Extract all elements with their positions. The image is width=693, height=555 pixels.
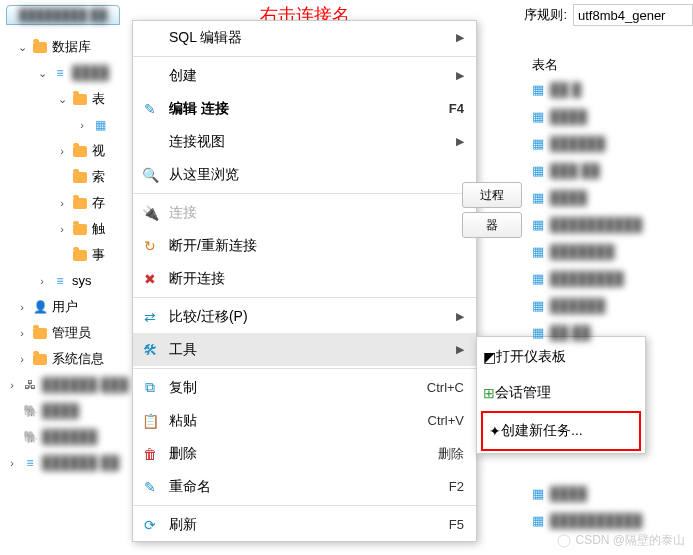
tools-submenu: ◩打开仪表板 ⊞会话管理 ✦创建新任务... (476, 336, 646, 454)
table-icon: ▦ (532, 109, 550, 124)
table-row[interactable]: ▦███████ (462, 238, 692, 265)
expand-icon[interactable]: › (56, 138, 68, 164)
copy-icon: ⧉ (139, 379, 161, 396)
submenu-session[interactable]: ⊞会话管理 (477, 375, 645, 411)
table-row[interactable]: ▦██████ (462, 130, 692, 157)
menu-reconnect[interactable]: ↻断开/重新连接 (133, 229, 476, 262)
highlight-annotation: ✦创建新任务... (481, 411, 641, 451)
menu-compare[interactable]: ⇄比较/迁移(P)▶ (133, 300, 476, 333)
menu-delete[interactable]: 🗑删除删除 (133, 437, 476, 470)
menu-browse[interactable]: 🔍从这里浏览 (133, 158, 476, 191)
menu-disconnect[interactable]: ✖断开连接 (133, 262, 476, 295)
expand-icon[interactable]: › (16, 294, 28, 320)
table-icon: ▦ (92, 117, 108, 133)
table-icon: ▦ (532, 298, 550, 313)
table-row[interactable]: ▦████████ (462, 265, 692, 292)
menu-sql-editor[interactable]: SQL 编辑器▶ (133, 21, 476, 54)
table-icon: ▦ (532, 244, 550, 259)
table-row[interactable]: ▦██ █ (462, 76, 692, 103)
expand-icon[interactable]: › (16, 320, 28, 346)
plug-icon: 🔌 (139, 205, 161, 221)
table-icon: ▦ (532, 82, 550, 97)
rename-icon: ✎ (139, 479, 161, 495)
table-row[interactable]: ▦██████ (462, 292, 692, 319)
server-icon: 🐘 (22, 403, 38, 419)
session-icon: ⊞ (483, 385, 495, 401)
table-icon: ▦ (532, 325, 550, 340)
reconnect-icon: ↻ (139, 238, 161, 254)
expand-icon[interactable]: › (16, 346, 28, 372)
server-icon: 🐘 (22, 429, 38, 445)
table-row[interactable]: ▦██████████ (532, 507, 642, 534)
menu-tools[interactable]: 🛠工具▶ (133, 333, 476, 366)
table-icon: ▦ (532, 486, 550, 501)
collation-label: 序规则: (524, 6, 567, 24)
disconnect-icon: ✖ (139, 271, 161, 287)
proc-button[interactable]: 过程 (462, 182, 522, 208)
table-row[interactable]: ▦████ (462, 103, 692, 130)
expand-icon[interactable]: › (6, 450, 18, 476)
table-icon: ▦ (532, 190, 550, 205)
menu-create[interactable]: 创建▶ (133, 59, 476, 92)
watermark: CSDN @隔壁的泰山 (557, 532, 685, 549)
task-icon: ✦ (489, 423, 501, 439)
table-icon: ▦ (532, 217, 550, 232)
table-row[interactable]: ▦████ (532, 480, 642, 507)
collapse-icon[interactable]: ⌄ (56, 86, 68, 112)
edit-icon: ✎ (139, 101, 161, 117)
expand-icon[interactable]: › (56, 190, 68, 216)
database-icon: ≡ (52, 65, 68, 81)
expand-icon[interactable]: › (56, 216, 68, 242)
menu-copy[interactable]: ⧉复制Ctrl+C (133, 371, 476, 404)
table-icon: ▦ (532, 271, 550, 286)
menu-connection-view[interactable]: 连接视图▶ (133, 125, 476, 158)
browse-icon: 🔍 (139, 167, 161, 183)
menu-refresh[interactable]: ⟳刷新F5 (133, 508, 476, 541)
database-icon: ≡ (52, 273, 68, 289)
tools-icon: 🛠 (139, 342, 161, 358)
connection-tab[interactable]: ████████ ██ (6, 5, 120, 25)
collation-input[interactable] (573, 4, 693, 26)
paste-icon: 📋 (139, 413, 161, 429)
dashboard-icon: ◩ (483, 349, 496, 365)
svg-point-0 (558, 535, 570, 547)
collapse-icon[interactable]: ⌄ (16, 34, 28, 60)
table-icon: ▦ (532, 163, 550, 178)
collapse-icon[interactable]: ⌄ (36, 60, 48, 86)
top-right-controls: 序规则: (524, 4, 693, 26)
server-icon: 🖧 (22, 377, 38, 393)
server-icon: ≡ (22, 455, 38, 471)
delete-icon: 🗑 (139, 446, 161, 462)
table-icon: ▦ (532, 513, 550, 528)
table-icon: ▦ (532, 136, 550, 151)
csdn-icon (557, 534, 571, 548)
menu-rename[interactable]: ✎重命名F2 (133, 470, 476, 503)
menu-connect: 🔌连接 (133, 196, 476, 229)
menu-edit-connection[interactable]: ✎编辑 连接F4 (133, 92, 476, 125)
lower-list: ▦████ ▦██████████ (532, 480, 642, 534)
menu-paste[interactable]: 📋粘贴Ctrl+V (133, 404, 476, 437)
table-name-header: 表名 (462, 50, 692, 76)
side-buttons: 过程 器 (462, 178, 522, 242)
compare-icon: ⇄ (139, 309, 161, 325)
table-row[interactable]: ▦██ ██ (462, 319, 692, 346)
trigger-button[interactable]: 器 (462, 212, 522, 238)
chevron-right-icon: ▶ (456, 31, 464, 44)
user-icon: 👤 (32, 299, 48, 315)
context-menu: SQL 编辑器▶ 创建▶ ✎编辑 连接F4 连接视图▶ 🔍从这里浏览 🔌连接 ↻… (132, 20, 477, 542)
expand-icon[interactable]: › (76, 112, 88, 138)
submenu-new-task[interactable]: ✦创建新任务... (483, 413, 639, 449)
expand-icon[interactable]: › (6, 372, 18, 398)
expand-icon[interactable]: › (36, 268, 48, 294)
refresh-icon: ⟳ (139, 517, 161, 533)
